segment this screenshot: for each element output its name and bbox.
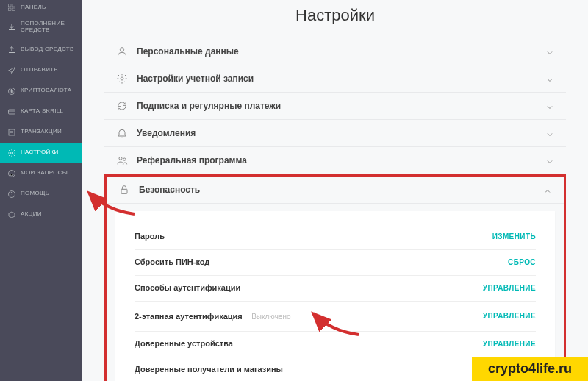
page-title: Настройки xyxy=(104,6,566,25)
svg-rect-7 xyxy=(9,129,15,135)
sidebar-item-settings[interactable]: НАСТРОЙКИ xyxy=(0,143,82,163)
gear-icon xyxy=(116,73,128,85)
sidebar-item-requests[interactable]: МОИ ЗАПРОСЫ xyxy=(0,163,82,184)
manage-2fa-button[interactable]: УПРАВЛЕНИЕ xyxy=(483,312,536,320)
security-row-password: Пароль ИЗМЕНИТЬ xyxy=(135,224,536,250)
chevron-down-icon xyxy=(545,74,554,83)
support-icon xyxy=(7,169,16,178)
gear-icon xyxy=(7,149,16,157)
svg-point-15 xyxy=(119,157,122,160)
row-label: Сбросить ПИН-код xyxy=(135,257,209,266)
security-row-devices: Доверенные устройства УПРАВЛЕНИЕ xyxy=(135,332,536,357)
sidebar-item-label: ПАНЕЛЬ xyxy=(21,4,46,11)
accordion-label: Настройки учетной записи xyxy=(137,74,537,84)
accordion-label: Безопасность xyxy=(139,185,534,195)
watermark: crypto4life.ru xyxy=(472,357,588,381)
crypto-icon xyxy=(7,87,16,96)
card-icon xyxy=(7,107,16,116)
manage-auth-button[interactable]: УПРАВЛЕНИЕ xyxy=(483,284,536,292)
chevron-down-icon xyxy=(545,47,554,56)
lock-icon xyxy=(118,184,130,196)
svg-rect-2 xyxy=(9,8,12,11)
sidebar-item-label: АКЦИИ xyxy=(21,211,42,218)
accordion-personal[interactable]: Персональные данные xyxy=(104,38,566,65)
svg-rect-17 xyxy=(121,189,127,193)
row-label: Способы аутентификации xyxy=(135,283,240,292)
accordion-subscription[interactable]: Подписка и регулярные платежи xyxy=(104,93,566,120)
security-section-highlighted: Безопасность Пароль ИЗМЕНИТЬ Сбросить ПИ… xyxy=(104,174,566,381)
svg-point-10 xyxy=(11,152,13,154)
svg-point-13 xyxy=(120,48,123,51)
svg-rect-0 xyxy=(9,4,12,7)
svg-rect-5 xyxy=(9,110,15,114)
sidebar-item-panel[interactable]: ПАНЕЛЬ xyxy=(0,0,82,15)
row-label: Доверенные устройства xyxy=(135,339,233,348)
svg-point-16 xyxy=(123,158,126,160)
security-content: Пароль ИЗМЕНИТЬ Сбросить ПИН-код СБРОС С… xyxy=(115,211,555,381)
bell-icon xyxy=(116,127,128,139)
sidebar-item-card[interactable]: КАРТА SKRILL xyxy=(0,102,82,122)
sidebar-item-label: ОТПРАВИТЬ xyxy=(21,67,58,74)
sidebar-item-label: КАРТА SKRILL xyxy=(21,108,63,115)
deposit-icon xyxy=(7,23,16,32)
withdraw-icon xyxy=(7,46,16,54)
sidebar-item-transactions[interactable]: ТРАНЗАКЦИИ xyxy=(0,122,82,143)
sidebar-item-crypto[interactable]: КРИПТОВАЛЮТА xyxy=(0,81,82,102)
svg-point-14 xyxy=(121,77,123,80)
main-content: Настройки Персональные данные Настройки … xyxy=(82,0,588,381)
security-row-2fa: 2-этапная аутентификация Выключено УПРАВ… xyxy=(135,302,536,332)
svg-rect-3 xyxy=(12,8,15,11)
accordion-label: Персональные данные xyxy=(137,46,537,57)
sidebar-item-label: ВЫВОД СРЕДСТВ xyxy=(21,46,74,53)
row-label: Доверенные получатели и магазины xyxy=(135,365,283,374)
users-icon xyxy=(116,154,128,166)
security-row-pin: Сбросить ПИН-код СБРОС xyxy=(135,250,536,276)
accordion-label: Реферальная программа xyxy=(137,155,537,165)
chevron-up-icon xyxy=(543,185,552,194)
manage-devices-button[interactable]: УПРАВЛЕНИЕ xyxy=(483,340,536,348)
chevron-down-icon xyxy=(545,129,554,138)
person-icon xyxy=(116,46,128,57)
sidebar-item-label: КРИПТОВАЛЮТА xyxy=(21,88,71,94)
sidebar-item-help[interactable]: ПОМОЩЬ xyxy=(0,184,82,204)
sidebar-item-send[interactable]: ОТПРАВИТЬ xyxy=(0,60,82,81)
security-row-auth-methods: Способы аутентификации УПРАВЛЕНИЕ xyxy=(135,276,536,302)
row-label: 2-этапная аутентификация xyxy=(135,312,243,321)
sidebar-item-withdraw[interactable]: ВЫВОД СРЕДСТВ xyxy=(0,40,82,60)
chevron-down-icon xyxy=(545,156,554,165)
promo-icon xyxy=(7,210,16,219)
accordion-label: Уведомления xyxy=(137,128,537,138)
accordion-label: Подписка и регулярные платежи xyxy=(137,101,537,111)
help-icon xyxy=(7,190,16,199)
sidebar-item-label: МОИ ЗАПРОСЫ xyxy=(21,170,68,177)
send-icon xyxy=(7,66,16,75)
sidebar-item-promo[interactable]: АКЦИИ xyxy=(0,204,82,225)
change-password-button[interactable]: ИЗМЕНИТЬ xyxy=(492,232,536,241)
transactions-icon xyxy=(7,128,16,137)
sidebar-item-label: НАСТРОЙКИ xyxy=(21,149,59,156)
refresh-icon xyxy=(116,100,128,112)
dashboard-icon xyxy=(7,3,16,12)
chevron-down-icon xyxy=(545,102,554,110)
row-label: Пароль xyxy=(135,232,165,241)
reset-pin-button[interactable]: СБРОС xyxy=(508,258,536,266)
accordion-referral[interactable]: Реферальная программа xyxy=(104,147,566,174)
accordion-notifications[interactable]: Уведомления xyxy=(104,120,566,147)
sidebar-item-deposit[interactable]: ПОПОЛНЕНИЕ СРЕДСТВ xyxy=(0,15,82,40)
sidebar-item-label: ПОМОЩЬ xyxy=(21,190,49,197)
status-badge: Выключено xyxy=(251,313,290,321)
sidebar: ПАНЕЛЬ ПОПОЛНЕНИЕ СРЕДСТВ ВЫВОД СРЕДСТВ … xyxy=(0,0,82,381)
sidebar-item-label: ПОПОЛНЕНИЕ СРЕДСТВ xyxy=(21,21,75,34)
svg-rect-1 xyxy=(12,4,15,7)
sidebar-item-label: ТРАНЗАКЦИИ xyxy=(21,129,62,135)
accordion-security[interactable]: Безопасность xyxy=(107,177,564,204)
accordion-account[interactable]: Настройки учетной записи xyxy=(104,65,566,93)
